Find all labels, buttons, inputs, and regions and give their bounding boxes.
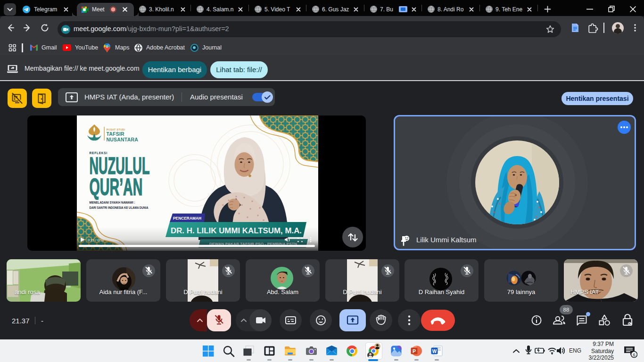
svg-text:TAFSIR: TAFSIR (107, 131, 125, 137)
svg-text:NUSANTARA: NUSANTARA (107, 137, 139, 142)
svg-text:W: W (432, 349, 437, 354)
svg-text:PENCERAMAH: PENCERAMAH (173, 216, 201, 221)
svg-text:P: P (413, 348, 416, 354)
svg-text:DARI SANTRI INDONESIA KE ULAMA: DARI SANTRI INDONESIA KE ULAMA DUNIA (90, 206, 149, 210)
svg-text:QUR’AN: QUR’AN (90, 174, 143, 200)
svg-text:6: 6 (633, 352, 635, 357)
svg-text:MENELADANI SYAIKH NAWAWI :: MENELADANI SYAIKH NAWAWI : (90, 200, 135, 205)
svg-text:0:11 / 0:11: 0:11 / 0:11 (88, 238, 104, 242)
